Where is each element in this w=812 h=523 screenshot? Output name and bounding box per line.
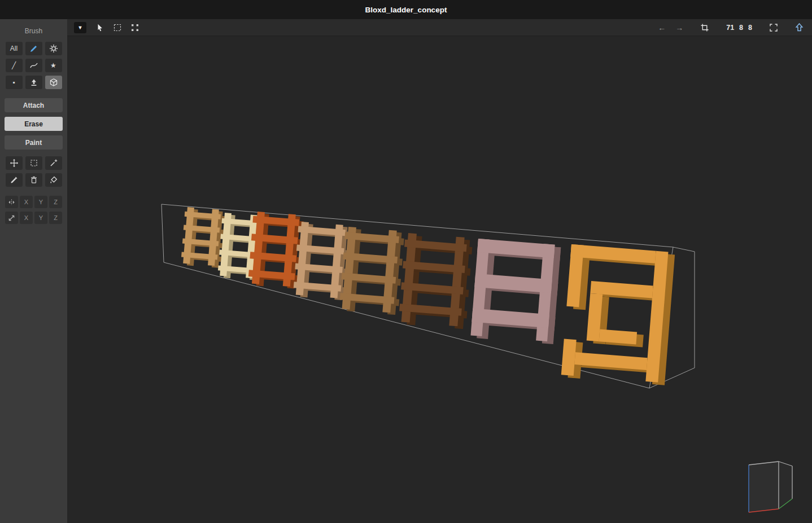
undo-arrow-icon: ← xyxy=(658,23,666,32)
mirror-y-button[interactable]: Y xyxy=(34,196,47,208)
model-ladder-oak[interactable] xyxy=(181,207,225,268)
mode-attach-button[interactable]: Attach xyxy=(5,98,63,112)
resize-canvas-button[interactable] xyxy=(699,21,711,34)
mirror-scale-group: X Y Z X Y Z xyxy=(0,196,67,224)
window-title: Bloxd_ladder_concept xyxy=(365,6,447,14)
trash-icon xyxy=(29,175,38,184)
move-icon xyxy=(10,159,19,168)
select-tool-button[interactable] xyxy=(25,156,42,170)
paint-bucket-icon xyxy=(49,175,58,184)
mirror-row: X Y Z xyxy=(0,196,67,208)
move-tool-button[interactable] xyxy=(6,156,23,170)
scale-toggle-button[interactable] xyxy=(5,212,18,224)
brush-icon xyxy=(29,44,38,53)
dropdown-arrow-icon: ▼ xyxy=(78,25,83,30)
box-select-button[interactable] xyxy=(111,21,124,34)
top-toolbar: ▼ xyxy=(67,19,812,36)
fit-view-icon xyxy=(769,23,778,32)
selection-handles-icon xyxy=(130,23,139,32)
redo-button[interactable]: → xyxy=(673,21,686,34)
brush-panel-title: Brush xyxy=(0,24,67,42)
marquee-icon xyxy=(29,159,38,168)
extrude-icon xyxy=(29,78,38,87)
star-icon: ★ xyxy=(50,62,56,69)
brush-settings-button[interactable] xyxy=(45,42,62,55)
fit-view-button[interactable] xyxy=(767,21,780,34)
star-brush-button[interactable]: ★ xyxy=(45,59,62,72)
color-picker-button[interactable] xyxy=(6,173,23,187)
model-ladder-dark-brown[interactable] xyxy=(398,233,473,329)
main-area: Brush All xyxy=(0,19,812,523)
edit-tool-row-1 xyxy=(0,156,67,170)
edit-tool-row-2 xyxy=(0,173,67,187)
line-icon: ╱ xyxy=(12,62,16,69)
scale-y-button[interactable]: Y xyxy=(34,212,47,224)
wand-icon xyxy=(49,159,58,168)
orientation-gizmo-cube[interactable] xyxy=(749,462,792,512)
scale-row: X Y Z xyxy=(0,212,67,224)
dimension-y: 8 xyxy=(739,24,743,32)
magic-wand-button[interactable] xyxy=(45,156,62,170)
gear-icon xyxy=(49,44,58,53)
model-ladder-mauve-frame[interactable] xyxy=(470,239,561,344)
crop-icon xyxy=(700,23,709,32)
content-column: ▼ xyxy=(67,19,812,523)
app-window: Bloxd_ladder_concept Brush All xyxy=(0,0,812,523)
mirror-z-button[interactable]: Z xyxy=(49,196,62,208)
model-dimensions: 71 8 8 xyxy=(726,24,752,32)
mirror-toggle-button[interactable] xyxy=(5,196,18,208)
brush-panel: Brush All xyxy=(0,19,67,523)
menu-dropdown-button[interactable]: ▼ xyxy=(74,22,86,33)
extrude-brush-button[interactable] xyxy=(25,76,42,89)
transform-select-button[interactable] xyxy=(129,21,141,34)
mirror-icon xyxy=(7,198,16,206)
viewport-3d[interactable] xyxy=(67,36,812,523)
export-up-arrow-icon xyxy=(794,23,804,32)
brush-type-row-1: ╱ ★ xyxy=(0,59,67,72)
delete-button[interactable] xyxy=(25,173,42,187)
brush-filter-row: All xyxy=(0,42,67,55)
filter-all-button[interactable]: All xyxy=(6,42,23,55)
redo-arrow-icon: → xyxy=(675,23,683,32)
voxel-dot-icon: ▪ xyxy=(12,79,15,86)
brush-mode-group: Attach Erase Paint xyxy=(5,98,63,150)
undo-button[interactable]: ← xyxy=(656,21,668,34)
curve-brush-button[interactable] xyxy=(25,59,42,72)
box-brush-button[interactable] xyxy=(45,76,62,89)
line-brush-button[interactable]: ╱ xyxy=(6,59,23,72)
fill-bucket-button[interactable] xyxy=(45,173,62,187)
model-ladder-amber-maze[interactable] xyxy=(561,244,675,385)
model-ladder-brown[interactable] xyxy=(339,227,404,315)
brush-tool-button[interactable] xyxy=(25,42,42,55)
scene-canvas[interactable] xyxy=(67,36,812,523)
mode-paint-button[interactable]: Paint xyxy=(5,135,63,150)
export-button[interactable] xyxy=(793,21,805,34)
scale-z-button[interactable]: Z xyxy=(49,212,62,224)
eyedropper-icon xyxy=(10,175,19,184)
cursor-icon xyxy=(95,23,104,32)
cube-icon xyxy=(49,78,58,87)
model-ladder-tan[interactable] xyxy=(293,222,351,301)
curve-icon xyxy=(29,61,38,70)
pointer-tool-button[interactable] xyxy=(94,21,106,34)
resize-diagonal-icon xyxy=(7,214,16,222)
mirror-x-button[interactable]: X xyxy=(20,196,33,208)
dimension-z: 8 xyxy=(748,24,752,32)
voxel-brush-button[interactable]: ▪ xyxy=(6,76,23,89)
brush-type-row-2: ▪ xyxy=(0,76,67,89)
scale-x-button[interactable]: X xyxy=(20,212,33,224)
mode-erase-button[interactable]: Erase xyxy=(5,117,63,131)
selection-box-icon xyxy=(113,23,122,32)
dimension-x: 71 xyxy=(726,24,734,32)
title-bar: Bloxd_ladder_concept xyxy=(0,0,812,19)
